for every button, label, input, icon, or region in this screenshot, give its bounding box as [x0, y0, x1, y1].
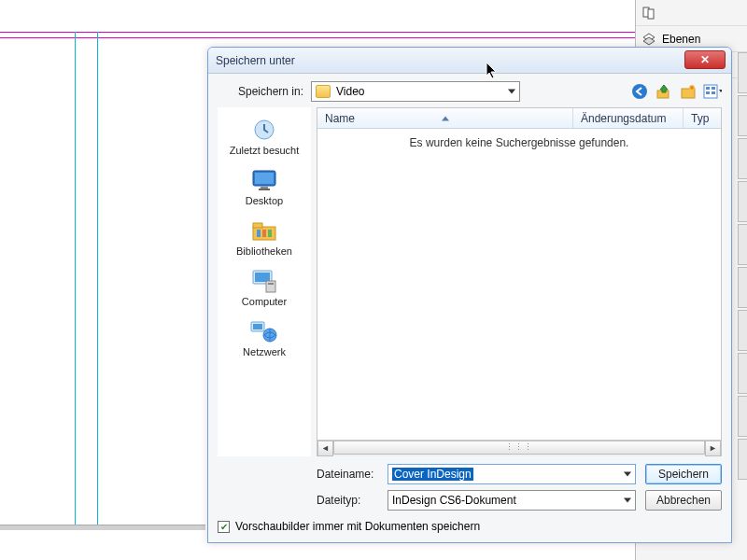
filetype-value: InDesign CS6-Dokument	[392, 494, 516, 507]
thumbnails-checkbox-label: Vorschaubilder immer mit Dokumenten spei…	[235, 520, 480, 533]
svg-rect-24	[268, 230, 272, 237]
side-tab[interactable]	[738, 95, 747, 136]
close-icon: ✕	[700, 53, 710, 66]
save-as-dialog: Speichern unter ✕ Speichern in: Video	[207, 47, 732, 543]
side-tab[interactable]	[738, 52, 747, 93]
column-name[interactable]: Name	[317, 108, 573, 128]
side-tab[interactable]	[738, 181, 747, 222]
scroll-thumb[interactable]: ⋮⋮⋮	[333, 441, 705, 455]
side-tab[interactable]	[738, 310, 747, 351]
filename-input[interactable]: Cover InDesign	[388, 464, 636, 484]
computer-icon	[249, 268, 279, 294]
back-button[interactable]	[630, 82, 649, 101]
side-tab[interactable]	[738, 267, 747, 308]
svg-rect-22	[257, 230, 261, 237]
place-label: Netzwerk	[243, 346, 286, 357]
side-tab[interactable]	[738, 396, 747, 437]
file-list-area: Name Änderungsdatum Typ Es wurden keine …	[317, 107, 722, 456]
svg-point-6	[632, 84, 647, 99]
libraries-icon	[249, 217, 279, 244]
save-in-label: Speichern in:	[218, 85, 303, 98]
svg-rect-1	[648, 9, 654, 19]
svg-rect-27	[266, 281, 275, 292]
side-tabs	[738, 52, 747, 482]
side-tab[interactable]	[738, 439, 747, 480]
view-menu-button[interactable]	[703, 82, 722, 101]
dialog-titlebar[interactable]: Speichern unter ✕	[208, 48, 731, 74]
desktop-icon	[249, 167, 279, 193]
svg-rect-18	[261, 187, 268, 189]
new-folder-button[interactable]	[679, 82, 698, 101]
scroll-right-button[interactable]: ►	[705, 441, 721, 456]
dialog-title: Speichern unter	[216, 54, 295, 67]
side-tab[interactable]	[738, 138, 747, 179]
svg-rect-21	[253, 223, 262, 228]
filetype-dropdown[interactable]: InDesign CS6-Dokument	[388, 490, 636, 511]
sort-asc-icon	[442, 116, 449, 120]
svg-rect-13	[706, 91, 710, 94]
place-label: Zuletzt besucht	[230, 145, 300, 156]
svg-rect-11	[706, 87, 710, 90]
file-list[interactable]: Es wurden keine Suchergebnisse gefunden.	[317, 129, 721, 440]
horizontal-scrollbar[interactable]: ◄ ⋮⋮⋮ ►	[317, 440, 721, 455]
folder-name: Video	[336, 85, 364, 98]
pages-icon	[641, 6, 656, 21]
svg-rect-30	[253, 324, 262, 329]
place-recent[interactable]: Zuletzt besucht	[218, 113, 311, 160]
side-tab[interactable]	[738, 224, 747, 265]
up-button[interactable]	[655, 82, 673, 101]
filename-value: Cover InDesign	[392, 468, 473, 481]
vertical-guide	[97, 32, 98, 526]
page-edge	[0, 525, 205, 530]
empty-message: Es wurden keine Suchergebnisse gefunden.	[410, 136, 629, 149]
recent-icon	[249, 117, 279, 143]
save-in-dropdown[interactable]: Video	[311, 81, 520, 102]
places-bar: Zuletzt besucht Desktop Bibliotheken Com…	[218, 107, 311, 456]
scroll-left-button[interactable]: ◄	[317, 441, 333, 456]
folder-icon	[316, 85, 331, 98]
filename-label: Dateiname:	[317, 468, 380, 481]
column-type[interactable]: Typ	[684, 108, 721, 128]
file-list-header: Name Änderungsdatum Typ	[317, 108, 721, 129]
layers-icon	[641, 32, 656, 47]
svg-rect-19	[259, 189, 270, 190]
place-label: Computer	[242, 296, 287, 307]
layers-label: Ebenen	[662, 33, 700, 46]
column-date[interactable]: Änderungsdatum	[573, 108, 684, 128]
place-computer[interactable]: Computer	[218, 264, 311, 311]
close-button[interactable]: ✕	[684, 50, 726, 69]
cancel-button[interactable]: Abbrechen	[645, 490, 722, 511]
vertical-guide	[75, 32, 76, 526]
svg-rect-23	[262, 230, 266, 237]
svg-rect-28	[268, 283, 274, 285]
place-desktop[interactable]: Desktop	[218, 163, 311, 210]
svg-rect-12	[712, 87, 715, 90]
filetype-label: Dateityp:	[317, 494, 380, 507]
thumbnails-checkbox[interactable]: ✔	[218, 521, 230, 533]
scroll-track[interactable]: ⋮⋮⋮	[333, 441, 705, 456]
save-button[interactable]: Speichern	[645, 464, 722, 484]
chevron-down-icon	[508, 90, 515, 94]
place-network[interactable]: Netzwerk	[218, 315, 311, 361]
panel-row-pages[interactable]	[636, 0, 747, 26]
svg-rect-14	[712, 91, 715, 94]
chevron-down-icon	[624, 472, 631, 477]
chevron-down-icon	[624, 498, 631, 503]
side-tab[interactable]	[738, 353, 747, 394]
place-libraries[interactable]: Bibliotheken	[218, 214, 311, 260]
svg-rect-17	[255, 173, 274, 184]
place-label: Desktop	[246, 195, 283, 206]
network-icon	[249, 318, 279, 344]
place-label: Bibliotheken	[236, 245, 292, 257]
